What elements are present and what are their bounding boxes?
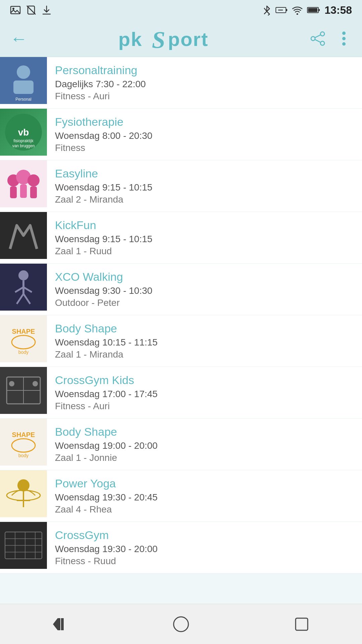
svg-point-40 — [18, 270, 28, 280]
class-name: Body Shape — [55, 322, 354, 335]
class-schedule: Woensdag 19:30 - 20:45 — [55, 492, 354, 503]
class-thumb-easyline — [0, 160, 47, 207]
svg-text:SHAPE: SHAPE — [12, 431, 35, 438]
svg-line-18 — [315, 35, 320, 38]
class-schedule: Dagelijks 7:30 - 22:00 — [55, 79, 354, 90]
class-item-xcowalking[interactable]: XCO WalkingWoensdag 9:30 - 10:30Outdoor … — [0, 264, 362, 315]
class-name: KickFun — [55, 219, 354, 232]
class-name: Fysiotherapie — [55, 115, 354, 128]
svg-rect-75 — [61, 618, 64, 630]
svg-rect-46 — [0, 315, 47, 362]
svg-point-22 — [342, 42, 346, 46]
class-thumb-poweryoga — [0, 470, 47, 517]
class-schedule: Woensdag 19:30 - 20:00 — [55, 544, 354, 554]
status-right: 13:58 — [262, 4, 352, 16]
class-thumb-xcowalking — [0, 264, 47, 311]
class-item-fysiotherapie[interactable]: vb fisiopraktijk van bruggen Fysiotherap… — [0, 109, 362, 160]
class-schedule: Woensdag 10:15 - 11:15 — [55, 337, 354, 348]
class-location: Fitness - Auri — [55, 401, 354, 412]
svg-rect-11 — [318, 9, 320, 11]
class-schedule: Woensdag 8:00 - 20:30 — [55, 130, 354, 141]
svg-point-24 — [17, 65, 30, 79]
class-info-bodyshape1: Body ShapeWoensdag 10:15 - 11:15Zaal 1 -… — [47, 315, 362, 367]
class-schedule: Woensdag 19:00 - 20:00 — [55, 440, 354, 451]
class-name: XCO Walking — [55, 270, 354, 283]
nav-recents-button[interactable] — [285, 607, 318, 641]
class-item-poweryoga[interactable]: Power YogaWoensdag 19:30 - 20:45Zaal 4 -… — [0, 470, 362, 522]
class-schedule: Woensdag 9:15 - 10:15 — [55, 234, 354, 245]
svg-marker-73 — [53, 618, 58, 630]
class-item-bodyshape2[interactable]: SHAPE body Body ShapeWoensdag 19:00 - 20… — [0, 419, 362, 470]
svg-rect-37 — [30, 186, 37, 198]
svg-text:pk: pk — [118, 28, 142, 50]
class-info-easyline: EasylineWoensdag 9:15 - 10:15Zaal 2 - Mi… — [47, 160, 362, 212]
svg-text:S: S — [152, 26, 165, 52]
class-name: Personaltraining — [55, 64, 354, 77]
svg-point-76 — [174, 617, 188, 632]
class-list: Personal PersonaltrainingDagelijks 7:30 … — [0, 57, 362, 574]
class-info-personaltraining: PersonaltrainingDagelijks 7:30 - 22:00Fi… — [47, 57, 362, 108]
class-thumb-crossgym — [0, 522, 47, 569]
svg-rect-25 — [13, 80, 34, 94]
svg-point-21 — [342, 37, 346, 40]
class-info-fysiotherapie: FysiotherapieWoensdag 8:00 - 20:30Fitnes… — [47, 109, 362, 160]
class-name: Power Yoga — [55, 477, 354, 490]
svg-rect-36 — [20, 184, 27, 198]
class-thumb-bodyshape1: SHAPE body — [0, 315, 47, 362]
class-location: Fitness - Ruud — [55, 556, 354, 567]
svg-point-55 — [33, 381, 38, 386]
status-icons — [10, 5, 52, 15]
top-bar-actions — [310, 31, 352, 47]
app-logo: pk S port — [34, 25, 310, 52]
back-button[interactable]: ← — [10, 29, 27, 49]
svg-text:vb: vb — [18, 127, 29, 138]
class-schedule: Woensdag 9:15 - 10:15 — [55, 182, 354, 193]
class-thumb-kickfun — [0, 212, 47, 259]
class-location: Outdoor - Peter — [55, 298, 354, 308]
class-location: Zaal 1 - Miranda — [55, 349, 354, 360]
svg-text:body: body — [18, 350, 28, 355]
class-location: Zaal 4 - Rhea — [55, 504, 354, 515]
class-info-kickfun: KickFunWoensdag 9:15 - 10:15Zaal 1 - Ruu… — [47, 212, 362, 263]
svg-point-1 — [12, 8, 14, 10]
svg-text:SHAPE: SHAPE — [12, 328, 35, 335]
class-info-bodyshape2: Body ShapeWoensdag 19:00 - 20:00Zaal 1 -… — [47, 419, 362, 470]
clock: 13:58 — [324, 4, 352, 16]
class-item-personaltraining[interactable]: Personal PersonaltrainingDagelijks 7:30 … — [0, 57, 362, 109]
top-bar: ← pk S port — [0, 20, 362, 57]
svg-rect-77 — [296, 618, 308, 630]
class-item-crossgym[interactable]: CrossGymWoensdag 19:30 - 20:00Fitness - … — [0, 522, 362, 574]
svg-point-15 — [320, 32, 324, 36]
svg-text:body: body — [18, 453, 28, 458]
class-thumb-crossgymkids — [0, 367, 47, 414]
class-item-crossgymkids[interactable]: CrossGym KidsWoensdag 17:00 - 17:45Fitne… — [0, 367, 362, 419]
logo-svg: pk S port — [115, 25, 229, 52]
svg-point-54 — [9, 381, 14, 386]
class-item-bodyshape1[interactable]: SHAPE body Body ShapeWoensdag 10:15 - 11… — [0, 315, 362, 367]
svg-point-17 — [320, 41, 324, 45]
class-item-kickfun[interactable]: KickFunWoensdag 9:15 - 10:15Zaal 1 - Ruu… — [0, 212, 362, 264]
svg-rect-56 — [0, 419, 47, 466]
no-sim-icon — [26, 5, 36, 15]
share-icon[interactable] — [310, 31, 326, 47]
class-location: Zaal 1 - Jonnie — [55, 452, 354, 463]
svg-rect-74 — [58, 618, 60, 630]
class-schedule: Woensdag 9:30 - 10:30 — [55, 285, 354, 296]
svg-text:port: port — [168, 28, 208, 50]
svg-rect-6 — [286, 9, 287, 11]
class-name: Easyline — [55, 167, 354, 180]
class-name: CrossGym — [55, 529, 354, 542]
class-thumb-fysiotherapie: vb fisiopraktijk van bruggen — [0, 109, 47, 156]
download-icon — [42, 5, 52, 15]
class-name: Body Shape — [55, 425, 354, 438]
class-item-easyline[interactable]: EasylineWoensdag 9:15 - 10:15Zaal 2 - Mi… — [0, 160, 362, 212]
nav-back-button[interactable] — [44, 607, 77, 641]
nav-home-button[interactable] — [164, 607, 198, 641]
svg-text:fisiopraktijk: fisiopraktijk — [13, 139, 34, 143]
class-location: Fitness - Auri — [55, 91, 354, 102]
more-icon[interactable] — [336, 31, 352, 47]
class-thumb-bodyshape2: SHAPE body — [0, 419, 47, 466]
svg-text:Personal: Personal — [15, 97, 31, 102]
wifi-icon — [292, 5, 303, 15]
svg-rect-10 — [308, 8, 317, 12]
